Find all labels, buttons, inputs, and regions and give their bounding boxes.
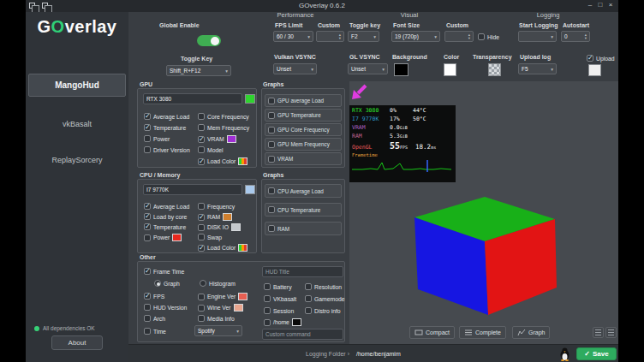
graph-gpu-mem-frequency[interactable]: GPU Mem Frequency <box>265 138 342 151</box>
graph-gpu-core-frequency[interactable]: GPU Core Frequency <box>265 123 342 136</box>
gpu-temperature-checkbox[interactable]: Temperature <box>144 124 186 131</box>
home-color-swatch[interactable] <box>292 318 301 326</box>
transparency-icon[interactable] <box>488 63 501 76</box>
cpu-power-checkbox[interactable]: Power <box>144 234 182 241</box>
graph-gpu-average-load[interactable]: GPU average Load <box>265 94 342 107</box>
ram-color-swatch[interactable] <box>223 213 232 221</box>
gpu-average-load-checkbox[interactable]: Average Load <box>144 113 189 120</box>
preview-option-button-1[interactable] <box>593 327 604 338</box>
disk-io-checkbox[interactable]: DISK IO <box>198 223 241 231</box>
save-button[interactable]: ✓Save <box>576 347 617 360</box>
upload-checkbox[interactable]: Upload <box>587 55 615 62</box>
vulkan-vsync-select[interactable]: Unset▾ <box>273 63 317 74</box>
time-checkbox[interactable]: Time <box>144 328 166 335</box>
close-icon[interactable]: × <box>606 1 615 9</box>
about-button[interactable]: About <box>51 335 103 350</box>
global-enable-toggle[interactable] <box>197 35 221 46</box>
background-color-swatch[interactable] <box>394 63 408 76</box>
load-color-swatch[interactable] <box>238 244 247 252</box>
gpu-mem-frequency-checkbox[interactable]: Mem Frequency <box>198 124 249 131</box>
resolution-checkbox[interactable]: Resolution <box>305 283 342 290</box>
ram-checkbox[interactable]: RAM <box>198 213 232 221</box>
gpu-model-checkbox[interactable]: Model <box>198 146 224 153</box>
gpu-core-frequency-checkbox[interactable]: Core Frequency <box>198 113 249 120</box>
graph-ram[interactable]: RAM <box>265 222 342 235</box>
load-color-swatch[interactable] <box>238 157 247 165</box>
engine-color-swatch[interactable] <box>238 293 247 300</box>
graph-gpu-temperature[interactable]: GPU Temperature <box>265 109 342 122</box>
distro-info-checkbox[interactable]: Distro info <box>305 307 341 314</box>
spinner-icon[interactable]: ▴▾ <box>585 33 587 40</box>
chevron-down-icon: ▾ <box>308 67 313 72</box>
vram-color-swatch[interactable] <box>227 135 236 143</box>
autostart-spinbox[interactable]: 0▴▾ <box>561 31 590 42</box>
sidebar-item-mangohud[interactable]: MangoHud <box>28 74 126 97</box>
fps-limit-select[interactable]: 60 / 30▾ <box>273 31 313 42</box>
fps-custom-spinbox[interactable]: ▴▾ <box>316 31 344 42</box>
font-size-select[interactable]: 19 (720p)▾ <box>391 31 440 42</box>
start-logging-label: Start Logging <box>519 22 558 28</box>
graph-radio[interactable]: Graph <box>154 280 180 287</box>
cpu-temperature-checkbox[interactable]: Temperature <box>144 223 186 230</box>
arch-checkbox[interactable]: Arch <box>144 315 165 322</box>
perf-toggle-key-select[interactable]: F2▾ <box>348 31 379 42</box>
media-info-checkbox[interactable]: Media Info <box>198 315 235 322</box>
gpu-vram-checkbox[interactable]: VRAM <box>198 135 236 143</box>
media-source-select[interactable]: Spotify▾ <box>194 325 242 336</box>
hud-title-input[interactable] <box>262 266 343 277</box>
hide-checkbox[interactable]: Hide <box>478 33 499 40</box>
session-checkbox[interactable]: Session <box>264 307 294 314</box>
vkbasalt-checkbox[interactable]: VKbasalt <box>264 295 296 302</box>
cpu-color-swatch[interactable] <box>245 185 255 194</box>
hud-version-checkbox[interactable]: HUD Version <box>144 304 187 311</box>
fps-checkbox[interactable]: FPS <box>144 293 164 300</box>
spinner-icon[interactable]: ▴▾ <box>468 33 470 40</box>
font-custom-spinbox[interactable]: ▴▾ <box>444 31 474 42</box>
graph-cpu-temperature[interactable]: CPU Temperature <box>265 203 342 217</box>
swap-checkbox[interactable]: Swap <box>198 234 222 240</box>
complete-preset-button[interactable]: Complete <box>459 326 506 339</box>
text-color-swatch[interactable] <box>444 63 456 76</box>
engine-ver-checkbox[interactable]: Engine Ver <box>198 293 247 300</box>
preview-option-button-2[interactable] <box>605 327 617 338</box>
wine-color-swatch[interactable] <box>234 304 243 312</box>
sidebar-item-replaysorcery[interactable]: ReplaySorcery <box>26 156 128 164</box>
gpu-power-checkbox[interactable]: Power <box>144 135 170 142</box>
gpu-color-swatch[interactable] <box>245 94 255 104</box>
spin-down-icon[interactable]: ▾ <box>468 37 470 40</box>
sidebar-item-vkbasalt[interactable]: vkBasalt <box>26 120 128 128</box>
wine-ver-checkbox[interactable]: Wine Ver <box>198 304 243 312</box>
gpu-name-input[interactable] <box>143 93 242 104</box>
frame-time-checkbox[interactable]: Frame Time <box>144 268 184 275</box>
gamemode-checkbox[interactable]: Gamemode <box>305 295 345 302</box>
toggle-key-select[interactable]: Shift_R+F12▾ <box>166 65 231 76</box>
cpu-name-input[interactable] <box>143 184 242 195</box>
upload-log-select[interactable]: F5▾ <box>518 63 557 74</box>
spin-down-icon[interactable]: ▾ <box>339 37 341 40</box>
spinner-icon[interactable]: ▴▾ <box>339 33 341 40</box>
compact-preset-button[interactable]: Compact <box>409 326 455 339</box>
start-logging-select[interactable]: ▾ <box>518 31 557 42</box>
graph-gpu-vram[interactable]: VRAM <box>265 152 342 165</box>
cpu-load-color-checkbox[interactable]: Load Color <box>198 244 247 252</box>
graph-cpu-average-load[interactable]: CPU Average Load <box>265 184 342 198</box>
battery-checkbox[interactable]: Battery <box>264 283 292 290</box>
gpu-load-color-checkbox[interactable]: Load Color <box>198 157 247 165</box>
minimize-icon[interactable]: – <box>586 1 594 9</box>
power-color-swatch[interactable] <box>172 234 182 241</box>
cpu-frequency-checkbox[interactable]: Frequency <box>198 203 235 210</box>
histogram-radio[interactable]: Histogram <box>200 280 236 287</box>
disk-io-color-swatch[interactable] <box>231 223 241 231</box>
gpu-driver-version-checkbox[interactable]: Driver Version <box>144 146 190 153</box>
home-checkbox[interactable]: /home <box>264 318 301 326</box>
cpu-average-load-checkbox[interactable]: Average Load <box>144 203 189 210</box>
logging-folder-path[interactable]: /home/benjamim <box>356 351 401 357</box>
gl-vsync-select[interactable]: Unset▾ <box>348 63 388 74</box>
hud-position-arrow-icon[interactable] <box>351 83 368 100</box>
cpu-load-by-core-checkbox[interactable]: Load by core <box>144 213 187 220</box>
custom-command-input[interactable] <box>262 329 343 340</box>
upload-swatch[interactable] <box>588 64 601 76</box>
graph-preset-button[interactable]: Graph <box>512 326 550 339</box>
spin-down-icon[interactable]: ▾ <box>585 37 587 40</box>
maximize-icon[interactable]: □ <box>596 1 605 9</box>
